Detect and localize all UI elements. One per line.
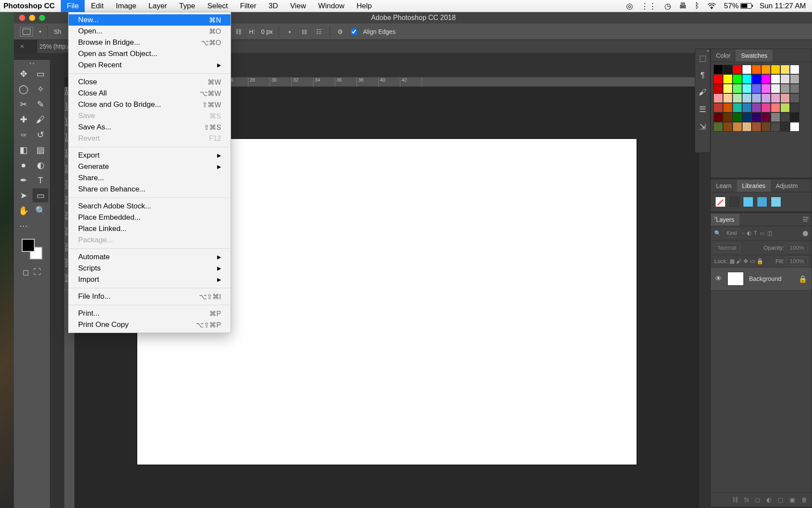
menu-item-place-embedded[interactable]: Place Embedded... — [69, 212, 231, 223]
color-swatch[interactable] — [752, 103, 761, 112]
color-swatch[interactable] — [790, 103, 799, 112]
type-tool[interactable]: T — [33, 173, 48, 187]
adjustment-preset[interactable] — [771, 197, 781, 207]
color-swatch[interactable] — [780, 103, 790, 112]
zoom-window-icon[interactable] — [39, 15, 45, 21]
menu-item-automate[interactable]: Automate▶ — [69, 251, 231, 263]
eraser-tool[interactable]: ◧ — [16, 143, 31, 157]
navigator-icon[interactable]: ⬚ — [699, 53, 706, 63]
path-select-tool[interactable]: ➤ — [16, 188, 31, 202]
expand-dock-icon[interactable]: » — [706, 48, 709, 53]
color-swatch[interactable] — [771, 112, 780, 122]
screen-mode-icon[interactable]: ⛶ — [33, 267, 41, 277]
panel-close-icon[interactable]: ✕ — [713, 215, 718, 221]
color-swatch[interactable] — [771, 103, 780, 112]
brushes-icon[interactable]: 🖌 — [699, 88, 706, 97]
gradient-tool[interactable]: ▤ — [33, 143, 48, 157]
menu-help[interactable]: Help — [350, 0, 378, 12]
dropbox-icon[interactable]: ⋮⋮ — [641, 1, 657, 11]
delete-layer-icon[interactable]: 🗑 — [801, 496, 807, 503]
adjustment-preset[interactable] — [757, 197, 767, 207]
color-swatch[interactable] — [790, 74, 799, 84]
color-swatch[interactable] — [771, 122, 780, 132]
color-swatch[interactable] — [742, 93, 752, 103]
color-swatch[interactable] — [790, 84, 799, 93]
color-swatch[interactable] — [723, 93, 733, 103]
adjustment-preset[interactable] — [743, 197, 753, 207]
dodge-tool[interactable]: ◐ — [33, 158, 48, 172]
menu-item-place-linked[interactable]: Place Linked... — [69, 223, 231, 234]
color-swatch[interactable] — [713, 103, 723, 112]
foreground-color[interactable] — [22, 239, 35, 252]
panel-grip[interactable] — [24, 63, 40, 65]
gear-icon[interactable]: ⚙ — [336, 27, 345, 36]
color-swatch[interactable] — [733, 112, 742, 122]
menu-item-generate[interactable]: Generate▶ — [69, 161, 231, 172]
adjustment-layer-icon[interactable]: ◐ — [766, 496, 772, 503]
color-swatch[interactable] — [733, 93, 742, 103]
color-swatch[interactable] — [790, 65, 799, 74]
color-swatch[interactable] — [780, 84, 790, 93]
minimize-window-icon[interactable] — [29, 15, 35, 21]
color-swatch[interactable] — [713, 122, 723, 132]
align-edges-checkbox[interactable] — [351, 29, 357, 35]
color-swatch[interactable] — [713, 93, 723, 103]
search-icon[interactable]: 🔍 — [714, 230, 721, 236]
color-swatch[interactable] — [713, 112, 723, 122]
color-swatch[interactable] — [733, 103, 742, 112]
zoom-tool[interactable]: 🔍 — [33, 204, 48, 218]
pen-tool[interactable]: ✒ — [16, 173, 31, 187]
layer-name[interactable]: Background — [749, 275, 793, 282]
color-swatch[interactable] — [752, 93, 761, 103]
color-swatch[interactable] — [780, 74, 790, 84]
color-swatch[interactable] — [752, 112, 761, 122]
color-swatch[interactable] — [723, 74, 733, 84]
foreground-background-colors[interactable] — [22, 239, 43, 260]
menu-layer[interactable]: Layer — [142, 0, 173, 12]
color-swatch[interactable] — [723, 84, 733, 93]
visibility-icon[interactable]: 👁 — [715, 275, 722, 283]
color-swatch[interactable] — [790, 112, 799, 122]
stamp-tool[interactable]: ⎃ — [16, 128, 31, 142]
tab-learn[interactable]: Learn — [711, 180, 737, 192]
menu-item-share[interactable]: Share... — [69, 172, 231, 184]
color-swatch[interactable] — [752, 65, 761, 74]
layer-row[interactable]: 👁 Background 🔒 — [711, 267, 812, 290]
wifi-icon[interactable] — [707, 3, 716, 9]
menu-item-browse-in-bridge[interactable]: Browse in Bridge...⌥⌘O — [69, 37, 231, 48]
color-swatch[interactable] — [742, 103, 752, 112]
color-swatch[interactable] — [713, 65, 723, 74]
battery-indicator[interactable]: 57% — [724, 2, 752, 10]
color-swatch[interactable] — [771, 65, 780, 74]
color-swatch[interactable] — [771, 84, 780, 93]
magic-wand-tool[interactable]: ✧ — [33, 82, 48, 96]
character-icon[interactable]: ¶ — [700, 71, 705, 80]
bluetooth-icon[interactable]: ᛒ — [695, 1, 700, 10]
blend-mode-selector[interactable]: Normal — [714, 243, 740, 252]
menu-item-open-as-smart-object[interactable]: Open as Smart Object... — [69, 48, 231, 59]
menu-item-close-all[interactable]: Close All⌥⌘W — [69, 88, 231, 99]
filter-shape-icon[interactable]: ▭ — [760, 230, 765, 236]
tab-libraries[interactable]: Libraries — [737, 180, 771, 192]
brush-tool[interactable]: 🖌 — [33, 112, 48, 126]
color-swatch[interactable] — [713, 84, 723, 93]
clock[interactable]: Sun 11:27 AM — [759, 2, 806, 10]
panel-menu-icon[interactable]: ☰ — [802, 216, 808, 223]
color-swatch[interactable] — [761, 74, 771, 84]
cc-icon[interactable]: ◎ — [626, 1, 633, 11]
eyedropper-tool[interactable]: ✎ — [33, 97, 48, 111]
color-swatch[interactable] — [780, 93, 790, 103]
color-swatch[interactable] — [761, 103, 771, 112]
menu-image[interactable]: Image — [110, 0, 142, 12]
height-value[interactable]: 0 px — [261, 28, 272, 35]
document-tab[interactable]: ✕ — [14, 40, 37, 53]
color-swatch[interactable] — [752, 122, 761, 132]
group-icon[interactable]: ▢ — [778, 496, 783, 503]
color-swatch[interactable] — [742, 84, 752, 93]
menu-item-import[interactable]: Import▶ — [69, 274, 231, 285]
opacity-value[interactable]: 100% — [786, 243, 808, 252]
color-swatch[interactable] — [780, 112, 790, 122]
color-swatch[interactable] — [742, 112, 752, 122]
menu-item-open[interactable]: Open...⌘O — [69, 26, 231, 37]
file-menu-dropdown[interactable]: New...⌘NOpen...⌘OBrowse in Bridge...⌥⌘OO… — [68, 12, 231, 333]
